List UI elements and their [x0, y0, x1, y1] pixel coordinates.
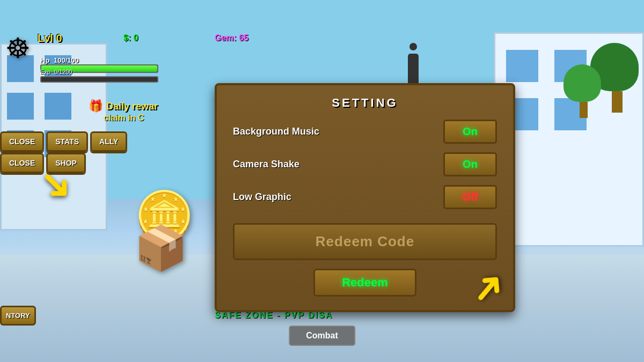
nav-row-1: CLOSE STATS ALLY [0, 131, 127, 152]
camera-shake-toggle[interactable]: On [443, 152, 497, 176]
low-graphic-toggle[interactable]: Off [443, 185, 497, 209]
exp-value: 0/1200 [54, 69, 72, 75]
level-display: Lvl 0 [38, 32, 62, 44]
hud-top-left: Lvl 0 [38, 32, 62, 45]
close-button-2[interactable]: CLOSE [0, 153, 44, 173]
treasure-chest: 🪙 📦 [134, 188, 194, 274]
redeem-code-input[interactable] [233, 223, 497, 260]
camera-shake-label: Camera Shake [233, 159, 299, 170]
hp-value: 100/100 [54, 56, 79, 64]
hp-label: Hp 100/100 [40, 56, 158, 64]
gem-display: Gem: 65 [215, 33, 248, 43]
stats-button[interactable]: STATS [46, 131, 88, 152]
daily-reward-title: Daily rewar [106, 101, 158, 112]
tree-right-2 [566, 64, 601, 118]
close-button-1[interactable]: CLOSE [0, 131, 44, 152]
redeem-button[interactable]: Redeem [313, 269, 416, 297]
combat-button[interactable]: Combat [289, 326, 355, 346]
background-music-label: Background Music [233, 126, 319, 137]
daily-reward-section: 🎁 Daily rewar claim in C [89, 99, 158, 123]
daily-reward-subtitle: claim in C [104, 113, 158, 123]
background-music-toggle[interactable]: On [443, 120, 497, 144]
camera-shake-row: Camera Shake On [233, 152, 497, 176]
exp-label: Exp 0/1200 [40, 69, 158, 75]
ship-wheel-icon: ☸ [5, 32, 38, 64]
exp-bar [40, 76, 158, 83]
money-display: $: 0 [123, 33, 138, 43]
inventory-partial[interactable]: NTORY [0, 306, 36, 326]
background-music-row: Background Music On [233, 120, 497, 144]
exp-section: Exp 0/1200 [40, 69, 158, 83]
ally-button[interactable]: ALLY [90, 131, 127, 152]
settings-title: SETTING [233, 96, 497, 110]
person-silhouette [408, 54, 419, 86]
low-graphic-label: Low Graphic [233, 191, 291, 203]
tree-right-1 [596, 43, 639, 113]
low-graphic-row: Low Graphic Off [233, 185, 497, 209]
